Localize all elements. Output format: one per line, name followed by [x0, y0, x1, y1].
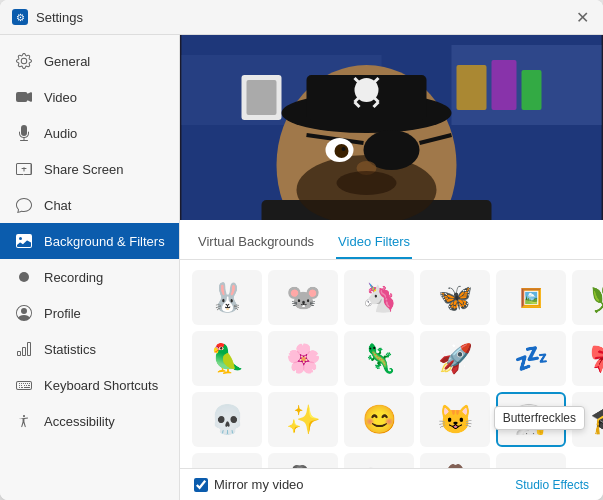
- filters-area: 🐰 🐭 🦄 🦋 🖼️ 🌿: [180, 260, 603, 468]
- filter-cell-2[interactable]: 🦄: [344, 270, 414, 325]
- title-bar: ⚙ Settings ✕: [0, 0, 603, 35]
- sidebar-item-chat[interactable]: Chat: [0, 187, 179, 223]
- filter-cell-18[interactable]: 🎩: [192, 453, 262, 468]
- filter-cell-13[interactable]: ✨: [268, 392, 338, 447]
- filter-cell-21[interactable]: 🤠: [420, 453, 490, 468]
- settings-window: ⚙ Settings ✕ General Video: [0, 0, 603, 500]
- sidebar-item-recording[interactable]: Recording: [0, 259, 179, 295]
- window-title: Settings: [36, 10, 83, 25]
- sidebar-item-audio[interactable]: Audio: [0, 115, 179, 151]
- video-icon: [14, 87, 34, 107]
- sidebar-item-statistics[interactable]: Statistics: [0, 331, 179, 367]
- filter-cell-4[interactable]: 🖼️: [496, 270, 566, 325]
- app-icon: ⚙: [12, 9, 28, 25]
- profile-icon: [14, 303, 34, 323]
- sidebar-label-general: General: [44, 54, 90, 69]
- sidebar-label-statistics: Statistics: [44, 342, 96, 357]
- svg-point-25: [335, 144, 349, 158]
- preview-area: [180, 35, 603, 220]
- svg-point-26: [342, 147, 346, 151]
- svg-rect-5: [457, 65, 487, 110]
- sidebar-item-background[interactable]: Background & Filters: [0, 223, 179, 259]
- sidebar-label-recording: Recording: [44, 270, 103, 285]
- recording-icon: [14, 267, 34, 287]
- mirror-checkbox[interactable]: [194, 478, 208, 492]
- sidebar-label-audio: Audio: [44, 126, 77, 141]
- gear-icon: [14, 51, 34, 71]
- share-screen-icon: [14, 159, 34, 179]
- tab-video-filters[interactable]: Video Filters: [336, 230, 412, 259]
- filter-cell-3[interactable]: 🦋: [420, 270, 490, 325]
- filter-tooltip: Butterfreckles: [494, 406, 585, 430]
- filter-cell-9[interactable]: 🚀: [420, 331, 490, 386]
- chat-icon: [14, 195, 34, 215]
- svg-rect-9: [247, 80, 277, 115]
- filter-cell-15[interactable]: 😺: [420, 392, 490, 447]
- filter-cell-19[interactable]: 🕵️: [268, 453, 338, 468]
- audio-icon: [14, 123, 34, 143]
- sidebar-item-share-screen[interactable]: Share Screen: [0, 151, 179, 187]
- mirror-text: Mirror my video: [214, 477, 304, 492]
- svg-point-28: [337, 171, 397, 195]
- filter-cell-10[interactable]: 💤: [496, 331, 566, 386]
- filter-cell-0[interactable]: 🐰: [192, 270, 262, 325]
- sidebar-item-profile[interactable]: Profile: [0, 295, 179, 331]
- close-button[interactable]: ✕: [573, 8, 591, 26]
- statistics-icon: [14, 339, 34, 359]
- sidebar-label-profile: Profile: [44, 306, 81, 321]
- background-icon: [14, 231, 34, 251]
- filter-cell-6[interactable]: 🦜: [192, 331, 262, 386]
- title-bar-left: ⚙ Settings: [12, 9, 83, 25]
- sidebar-item-keyboard-shortcuts[interactable]: Keyboard Shortcuts: [0, 367, 179, 403]
- main-content: General Video Audio Share: [0, 35, 603, 500]
- svg-rect-7: [522, 70, 542, 110]
- tabs-row: Virtual Backgrounds Video Filters: [180, 220, 603, 260]
- filter-cell-8[interactable]: 🦎: [344, 331, 414, 386]
- sidebar-item-general[interactable]: General: [0, 43, 179, 79]
- right-panel: Virtual Backgrounds Video Filters 🐰 🐭 🦄: [180, 35, 603, 500]
- sidebar-label-background: Background & Filters: [44, 234, 165, 249]
- svg-point-0: [19, 272, 29, 282]
- sidebar-label-chat: Chat: [44, 198, 71, 213]
- svg-rect-6: [492, 60, 517, 110]
- filter-cell-7[interactable]: 🌸: [268, 331, 338, 386]
- filter-cell-5[interactable]: 🌿: [572, 270, 603, 325]
- filter-cell-1[interactable]: 🐭: [268, 270, 338, 325]
- filters-grid: 🐰 🐭 🦄 🦋 🖼️ 🌿: [192, 270, 591, 468]
- sidebar-label-accessibility: Accessibility: [44, 414, 115, 429]
- sidebar-item-video[interactable]: Video: [0, 79, 179, 115]
- filter-cell-20[interactable]: 🏴‍☠️: [344, 453, 414, 468]
- sidebar-label-video: Video: [44, 90, 77, 105]
- bottom-bar: Mirror my video Studio Effects: [180, 468, 603, 500]
- studio-effects-link[interactable]: Studio Effects: [515, 478, 589, 492]
- keyboard-icon: [14, 375, 34, 395]
- sidebar: General Video Audio Share: [0, 35, 180, 500]
- filter-cell-11[interactable]: 🎀: [572, 331, 603, 386]
- filter-cell-22[interactable]: 🧢: [496, 453, 566, 468]
- mirror-label[interactable]: Mirror my video: [194, 477, 304, 492]
- sidebar-item-accessibility[interactable]: Accessibility: [0, 403, 179, 439]
- accessibility-icon: [14, 411, 34, 431]
- sidebar-label-share-screen: Share Screen: [44, 162, 124, 177]
- filter-cell-14[interactable]: 😊: [344, 392, 414, 447]
- filter-cell-12[interactable]: 💀: [192, 392, 262, 447]
- sidebar-label-keyboard-shortcuts: Keyboard Shortcuts: [44, 378, 158, 393]
- tab-virtual-backgrounds[interactable]: Virtual Backgrounds: [196, 230, 316, 259]
